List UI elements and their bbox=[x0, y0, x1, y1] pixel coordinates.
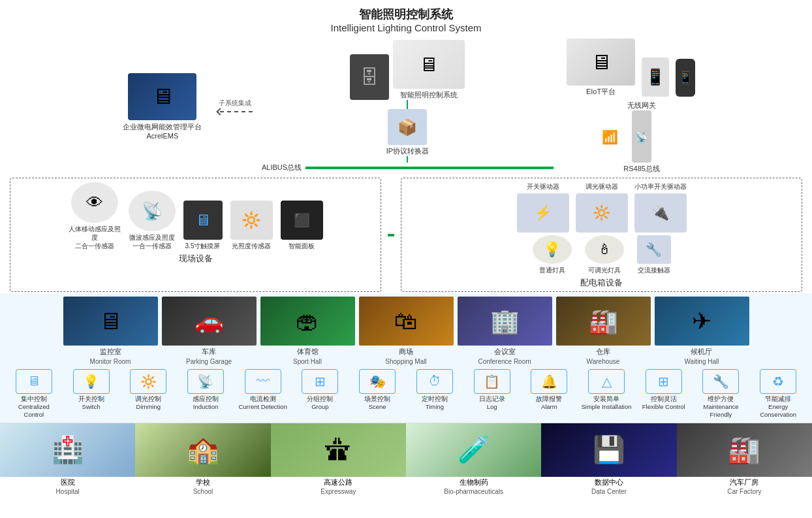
cap-dimming-label: 调光控制Dimming bbox=[135, 395, 161, 412]
venue-waiting-photo: ✈ bbox=[655, 297, 749, 346]
device-switch-driver: 开关驱动器 ⚡ bbox=[517, 182, 569, 233]
loads-row: 💡 普通灯具 🕯 可调光灯具 🔧 交流接触器 bbox=[533, 235, 671, 274]
ac-contactor-label: 交流接触器 bbox=[638, 266, 670, 274]
green-bar bbox=[388, 234, 394, 236]
venue-monitor-room: 🖥 监控室Monitor Room bbox=[63, 297, 158, 366]
lowpower-driver-icon: 🔌 bbox=[634, 193, 687, 233]
subsys-label: 子系统集成 bbox=[219, 99, 251, 108]
bottom-photos: 🏥 医院Hospital 🏫 学校School 🛣 高速公路Expressway… bbox=[0, 423, 812, 496]
dimmer-driver-icon: 🔆 bbox=[576, 193, 628, 233]
hospital-label: 医院Hospital bbox=[56, 477, 80, 496]
cap-centralized: 🖥 集中控制CentralizedControl bbox=[7, 369, 61, 419]
server-icon: 🗄 bbox=[350, 54, 389, 100]
cap-log-label: 日志记录Log bbox=[479, 395, 505, 412]
cap-energy: ♻ 节能减排Energy Conservation bbox=[751, 369, 805, 419]
dimmable-light-label: 可调光灯具 bbox=[588, 266, 621, 274]
device-dimmer-driver: 调光驱动器 🔆 bbox=[576, 182, 628, 233]
cap-maintenance: 🔧 维护方便Maintenance Friendly bbox=[694, 369, 749, 419]
cap-induction: 📡 感应控制Induction bbox=[178, 369, 233, 419]
wifi-icon: 📶 bbox=[602, 129, 618, 145]
cap-alarm: 🔔 故障报警Alarm bbox=[522, 369, 576, 419]
normal-light-icon: 💡 bbox=[533, 235, 572, 264]
arrow-head-left bbox=[216, 108, 223, 115]
page-title: 智能照明控制系统 Intelligient Lighting Control S… bbox=[0, 0, 812, 36]
cap-dimming: 🔆 调光控制Dimming bbox=[121, 369, 176, 419]
cap-timing: ⏱ 定时控制Timing bbox=[407, 369, 462, 419]
venue-sport-photo: 🏟 bbox=[260, 297, 355, 346]
cap-energy-icon: ♻ bbox=[760, 369, 796, 394]
alibus-row: ALIBUS总线 bbox=[262, 163, 554, 172]
venues-row: 🖥 监控室Monitor Room 🚗 车库Parking Garage 🏟 体… bbox=[7, 297, 805, 366]
lowpower-driver-label: 小功率开关驱动器 bbox=[634, 182, 687, 191]
cap-current: 〰 电流检测Current Detection bbox=[236, 369, 290, 419]
architecture-area: 🖥 企业微电网能效管理平台 AcrelEMS 子系统集成 🗄 🖥 智能照明控制系… bbox=[0, 36, 812, 176]
eiot-platform: 🖥 EIoT平台 bbox=[567, 39, 635, 97]
green-connector bbox=[386, 178, 396, 292]
capabilities-row: 🖥 集中控制CentralizedControl 💡 开关控制Switch 🔆 … bbox=[7, 369, 805, 419]
cap-simple-install: △ 安装简单Simple Installation bbox=[579, 369, 634, 419]
venue-conference-label: 会议室Conference Room bbox=[478, 347, 531, 366]
alibus-label: ALIBUS总线 bbox=[262, 163, 302, 172]
device-normal-light: 💡 普通灯具 bbox=[533, 235, 572, 274]
cap-maintenance-icon: 🔧 bbox=[702, 369, 739, 394]
venue-parking-label: 车库Parking Garage bbox=[186, 347, 232, 366]
right-side: 🖥 EIoT平台 📱 📱 📶 无线网关 📡 RS485总线 bbox=[567, 39, 695, 174]
center-top-devices: 🗄 🖥 智能照明控制系统 bbox=[350, 40, 465, 100]
venue-parking-photo: 🚗 bbox=[162, 297, 257, 346]
center-column: 🗄 🖥 智能照明控制系统 📦 IP协议转换器 ALIBUS总线 bbox=[262, 40, 554, 172]
cap-flexible: ⊞ 控制灵活Flexible Control bbox=[636, 369, 691, 419]
dashed-line bbox=[220, 111, 253, 112]
device-smartpanel: ⬛ 智能面板 bbox=[281, 201, 323, 250]
cap-scene: 🎭 场景控制Scene bbox=[350, 369, 405, 419]
venue-sport-label: 体育馆Sport Hall bbox=[293, 347, 322, 366]
venue-waiting: ✈ 候机厅Waiting Hall bbox=[655, 297, 749, 366]
carfactory-photo: 🏭 bbox=[677, 423, 812, 477]
cap-group-icon: ⊞ bbox=[302, 369, 338, 394]
cap-current-label: 电流检测Current Detection bbox=[238, 395, 287, 412]
lightsensor-label: 光照度传感器 bbox=[232, 242, 271, 250]
tablet-icon: 📱 bbox=[642, 57, 669, 97]
ac-contactor-icon: 🔧 bbox=[637, 235, 671, 264]
lightsensor-icon: 🔆 bbox=[230, 201, 273, 240]
venue-mall-photo: 🛍 bbox=[359, 297, 454, 346]
smartpanel-icon: ⬛ bbox=[281, 201, 323, 240]
subsys-connector: 子系统集成 bbox=[217, 99, 253, 114]
cap-flexible-label: 控制灵活Flexible Control bbox=[642, 395, 685, 412]
venue-monitor-photo: 🖥 bbox=[63, 297, 158, 346]
venue-parking: 🚗 车库Parking Garage bbox=[162, 297, 257, 366]
cap-group: ⊞ 分组控制Group bbox=[293, 369, 348, 419]
dashed-arrow bbox=[217, 109, 253, 114]
device-microwave-lux: 📡 微波感应及照度一合一传感器 bbox=[129, 191, 176, 250]
scenario-school: 🏫 学校School bbox=[135, 423, 270, 496]
dimmer-driver-label: 调光驱动器 bbox=[586, 182, 618, 191]
venue-mall-label: 商场Shopping Mall bbox=[385, 347, 426, 366]
switch-driver-icon: ⚡ bbox=[517, 193, 569, 233]
v-conn-1 bbox=[407, 100, 408, 109]
cap-induction-label: 感应控制Induction bbox=[193, 395, 219, 412]
scenario-expressway: 🛣 高速公路Expressway bbox=[271, 423, 406, 496]
venue-warehouse-label: 仓库Warehouse bbox=[587, 347, 620, 366]
eiot-label: EIoT平台 bbox=[586, 87, 616, 97]
microwave-lux-label: 微波感应及照度一合一传感器 bbox=[129, 233, 175, 250]
cap-centralized-label: 集中控制CentralizedControl bbox=[18, 395, 50, 419]
full-layout: 智能照明控制系统 Intelligient Lighting Control S… bbox=[0, 0, 812, 496]
biopharma-photo: 🧪 bbox=[406, 423, 541, 477]
device-pir-lux: 👁 人体移动感应及照度二合一传感器 bbox=[69, 182, 121, 250]
cap-current-icon: 〰 bbox=[245, 369, 281, 394]
cap-induction-icon: 📡 bbox=[187, 369, 224, 394]
school-label: 学校School bbox=[193, 477, 213, 496]
cap-switch-label: 开关控制Switch bbox=[78, 395, 104, 412]
venue-waiting-label: 候机厅Waiting Hall bbox=[685, 347, 719, 366]
acreiems-monitor-icon: 🖥 bbox=[128, 73, 196, 120]
scenario-biopharma: 🧪 生物制药Bio-pharmaceuticals bbox=[406, 423, 541, 496]
school-photo: 🏫 bbox=[135, 423, 270, 477]
venue-conference-photo: 🏢 bbox=[458, 297, 552, 346]
app-section: 🖥 监控室Monitor Room 🚗 车库Parking Garage 🏟 体… bbox=[0, 293, 812, 423]
hospital-photo: 🏥 bbox=[0, 423, 135, 477]
cap-switch-icon: 💡 bbox=[73, 369, 110, 394]
normal-light-label: 普通灯具 bbox=[539, 266, 565, 274]
field-devices-box: 👁 人体移动感应及照度二合一传感器 📡 微波感应及照度一合一传感器 🖥 3.5寸… bbox=[10, 178, 381, 292]
cap-energy-label: 节能减排Energy Conservation bbox=[751, 395, 805, 419]
acreiems-label-zh: 企业微电网能效管理平台 bbox=[123, 122, 202, 132]
elec-devices-box: 开关驱动器 ⚡ 调光驱动器 🔆 小功率开关驱动器 🔌 💡 普通灯具 bbox=[401, 178, 802, 292]
